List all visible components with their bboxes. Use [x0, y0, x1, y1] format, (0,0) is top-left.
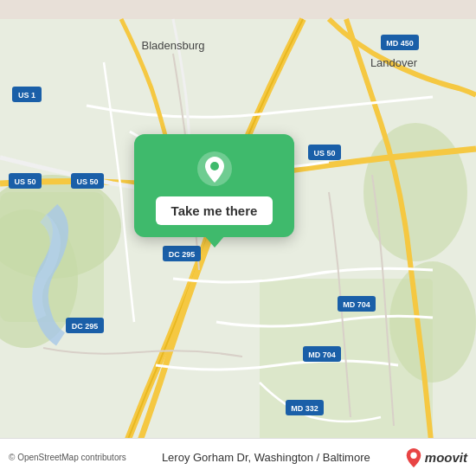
- take-me-there-button[interactable]: Take me there: [156, 196, 273, 225]
- svg-text:MD 704: MD 704: [308, 351, 336, 359]
- svg-text:MD 704: MD 704: [343, 300, 370, 309]
- svg-text:Bladensburg: Bladensburg: [142, 39, 205, 52]
- svg-text:DC 295: DC 295: [72, 322, 99, 331]
- svg-point-4: [363, 123, 467, 261]
- svg-point-30: [210, 162, 219, 170]
- moovit-pin-icon: [406, 448, 421, 467]
- svg-point-31: [410, 452, 416, 458]
- moovit-logo: moovit: [406, 448, 467, 467]
- svg-text:MD 450: MD 450: [386, 39, 414, 48]
- svg-text:US 50: US 50: [313, 149, 335, 158]
- attribution-text: © OpenStreetMap contributors: [9, 453, 126, 462]
- svg-text:MD 332: MD 332: [291, 404, 318, 413]
- map-container: US 1 US 50 US 50 US 50 DC 295 DC 295 MD …: [0, 0, 476, 476]
- location-pin-icon: [196, 150, 234, 188]
- location-label: Leroy Gorham Dr, Washington / Baltimore: [126, 451, 406, 464]
- bottom-bar: © OpenStreetMap contributors Leroy Gorha…: [0, 438, 476, 476]
- popup-card: Take me there: [134, 134, 294, 237]
- moovit-brand-text: moovit: [425, 450, 467, 465]
- svg-text:US 1: US 1: [18, 91, 35, 100]
- svg-text:US 50: US 50: [76, 177, 98, 186]
- svg-text:Landover: Landover: [370, 56, 418, 69]
- svg-text:DC 295: DC 295: [169, 250, 196, 259]
- svg-text:US 50: US 50: [14, 177, 35, 186]
